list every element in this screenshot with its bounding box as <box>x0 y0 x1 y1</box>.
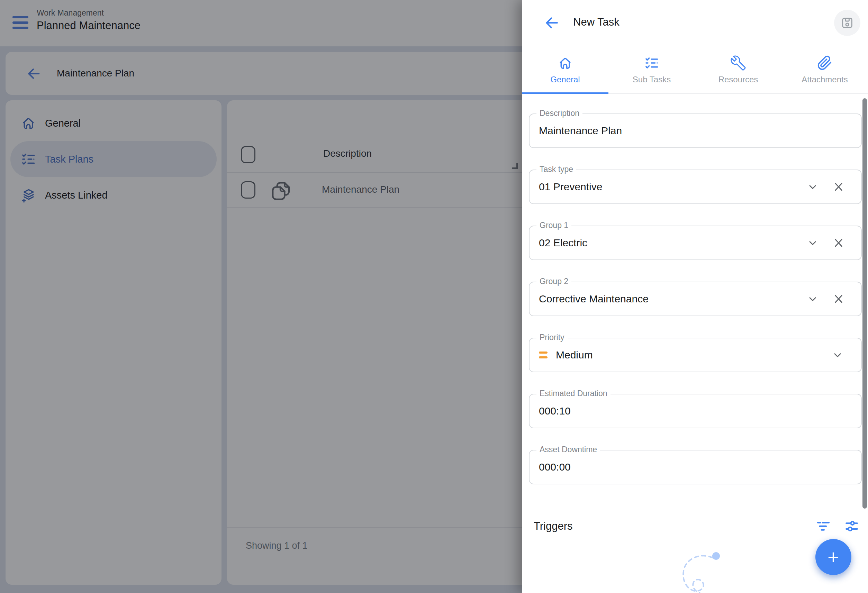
asset-downtime-field[interactable]: Asset Downtime <box>529 450 862 484</box>
clear-icon[interactable] <box>833 237 844 249</box>
new-task-drawer: New Task General <box>522 0 868 593</box>
clear-icon[interactable] <box>833 293 844 305</box>
triggers-section-header: Triggers <box>534 519 859 534</box>
estimated-duration-input[interactable] <box>539 405 809 417</box>
clear-icon[interactable] <box>833 181 844 193</box>
wrench-icon <box>731 55 746 71</box>
drawer-title: New Task <box>573 16 620 28</box>
home-icon <box>558 55 573 71</box>
estimated-duration-field[interactable]: Estimated Duration <box>529 394 862 428</box>
checklist-icon <box>644 55 659 71</box>
drawer-form: Description Task type 01 Preventive Grou… <box>522 94 868 593</box>
chevron-down-icon[interactable] <box>832 350 843 360</box>
group2-field[interactable]: Group 2 Corrective Maintenance <box>529 282 862 316</box>
field-label: Task type <box>536 165 576 174</box>
group1-value: 02 Electric <box>539 237 587 249</box>
tune-sliders-icon[interactable] <box>844 519 859 534</box>
drawer-scrollbar[interactable] <box>862 98 867 509</box>
priority-medium-icon <box>539 351 548 358</box>
triggers-title: Triggers <box>534 520 573 533</box>
field-label: Group 1 <box>536 221 571 230</box>
drawer-header: New Task <box>522 0 868 46</box>
add-trigger-fab[interactable]: + <box>815 539 852 575</box>
chevron-down-icon[interactable] <box>807 294 818 304</box>
priority-value: Medium <box>556 349 593 361</box>
group2-value: Corrective Maintenance <box>539 293 649 305</box>
paperclip-icon <box>817 55 833 71</box>
drawer-back-arrow-icon[interactable] <box>543 15 560 31</box>
tab-general[interactable]: General <box>522 46 608 93</box>
asset-downtime-input[interactable] <box>539 461 809 473</box>
save-floppy-icon <box>840 16 854 30</box>
description-field[interactable]: Description <box>529 114 862 148</box>
tab-attachments[interactable]: Attachments <box>781 46 868 93</box>
task-type-field[interactable]: Task type 01 Preventive <box>529 170 862 204</box>
field-label: Group 2 <box>536 277 571 286</box>
priority-field[interactable]: Priority Medium <box>529 338 862 372</box>
save-button[interactable] <box>834 10 861 36</box>
task-type-value: 01 Preventive <box>539 181 602 193</box>
screen: Work Management Planned Maintenance Main… <box>0 0 868 593</box>
field-label: Asset Downtime <box>536 445 600 454</box>
field-label: Description <box>536 109 583 118</box>
field-label: Estimated Duration <box>536 389 611 398</box>
filter-lines-icon[interactable] <box>816 519 831 534</box>
tab-label: General <box>550 75 580 84</box>
drawer-tabs: General Sub Tasks Resour <box>522 46 868 94</box>
chevron-down-icon[interactable] <box>807 181 818 192</box>
tab-sub-tasks[interactable]: Sub Tasks <box>608 46 695 93</box>
tab-label: Resources <box>719 75 758 84</box>
tab-label: Attachments <box>802 75 847 84</box>
tab-resources[interactable]: Resources <box>695 46 781 93</box>
tab-label: Sub Tasks <box>633 75 671 84</box>
plus-icon: + <box>828 547 839 567</box>
field-label: Priority <box>536 333 568 342</box>
chevron-down-icon[interactable] <box>807 237 818 248</box>
group1-field[interactable]: Group 1 02 Electric <box>529 226 862 260</box>
description-input[interactable] <box>539 125 809 137</box>
